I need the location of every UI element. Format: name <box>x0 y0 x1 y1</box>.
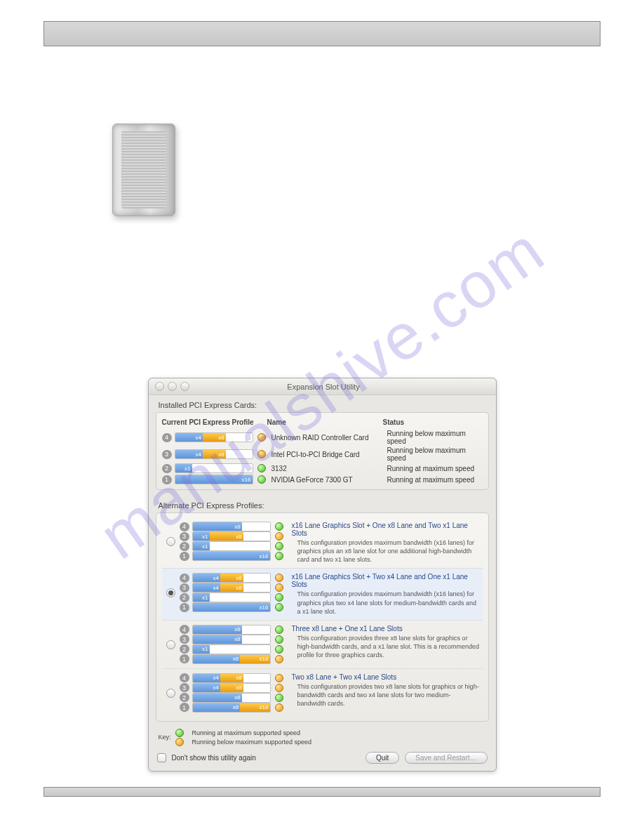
status-dot-icon <box>275 542 283 550</box>
profile-body: This configuration provides three x8 lan… <box>292 634 480 659</box>
status-dot-icon <box>275 552 283 560</box>
profile-description: x16 Lane Graphics Slot + Two x4 Lane and… <box>289 573 480 615</box>
lane-segment: x16 <box>193 552 270 560</box>
slot-row: 2x8 <box>180 693 289 703</box>
lane-bar: x8x16 <box>192 703 271 713</box>
slot-number-badge: 4 <box>180 673 189 682</box>
status-dot-icon <box>275 674 283 682</box>
lane-bar: x4x8 <box>192 673 271 683</box>
lane-segment: x8 <box>210 532 243 541</box>
lane-segment: x4 <box>175 450 203 458</box>
window-titlebar: Expansion Slot Utility <box>149 378 496 395</box>
lane-segment: x1 <box>193 542 210 550</box>
profile-option[interactable]: 4x4x83x4x82x81x8x16Two x8 Lane + Two x4 … <box>162 668 483 717</box>
lane-bar: x8 <box>192 635 271 644</box>
slot-row: 4x4x8 <box>180 673 289 683</box>
col-status: Status <box>383 418 483 426</box>
lane-segment: x8 <box>193 694 242 702</box>
slot-number-badge: 1 <box>162 475 172 484</box>
lane-segment: x8 <box>193 626 242 634</box>
lane-segment: x8 <box>193 522 242 531</box>
alternate-heading: Alternate PCI Express Profiles: <box>149 496 496 512</box>
slot-number-badge: 1 <box>180 703 189 712</box>
lane-segment: x8 <box>220 674 243 682</box>
document-header-bar <box>43 21 601 46</box>
slot-row: 1x8x16 <box>180 703 289 713</box>
lane-bar: x8 <box>192 522 271 531</box>
profile-description: Two x8 Lane + Two x4 Lane SlotsThis conf… <box>289 673 480 708</box>
profile-title: x16 Lane Graphics Slot + One x8 Lane and… <box>292 522 480 537</box>
dont-show-checkbox[interactable] <box>157 753 166 762</box>
lane-bar: x8 <box>192 693 271 703</box>
lane-segment: x1 <box>193 645 210 654</box>
profile-radio[interactable] <box>166 640 175 649</box>
slot-number-badge: 2 <box>180 593 189 602</box>
profile-option[interactable]: 4x83x82x11x8x16Three x8 Lane + One x1 La… <box>162 620 483 668</box>
col-name: Name <box>267 418 383 426</box>
card-name: 3132 <box>271 465 387 472</box>
alternate-panel: 4x83x1x82x11x16x16 Lane Graphics Slot + … <box>156 512 489 722</box>
card-name: NVIDIA GeForce 7300 GT <box>271 476 387 484</box>
legend: Key: Running at maximum supported speed … <box>149 727 496 748</box>
document-footer-bar <box>43 787 601 797</box>
key-orange-text: Running below maximum supported speed <box>192 739 312 746</box>
slot-number-badge: 4 <box>180 522 189 531</box>
table-row: 4x4x8Unknown RAID Controller CardRunning… <box>162 429 483 446</box>
profile-radio[interactable] <box>166 588 175 597</box>
lane-segment: x1 <box>175 464 192 472</box>
status-dot-icon <box>257 433 266 442</box>
lane-bar: x16 <box>192 602 271 612</box>
lane-segment: x4 <box>193 674 220 682</box>
slot-row: 2x1 <box>180 593 289 602</box>
slot-number-badge: 3 <box>180 683 189 692</box>
window-title: Expansion Slot Utility <box>158 383 490 391</box>
profile-radio[interactable] <box>166 689 175 698</box>
card-status: Running below maximum speed <box>387 446 483 462</box>
status-dot-icon <box>275 684 283 692</box>
status-dot-icon <box>257 475 266 484</box>
card-status: Running at maximum speed <box>387 465 483 472</box>
lane-bar: x16 <box>192 551 271 561</box>
slot-stack: 4x83x82x11x8x16 <box>180 625 289 664</box>
lane-segment: x8 <box>203 450 226 458</box>
slot-number-badge: 4 <box>180 625 189 634</box>
profile-radio[interactable] <box>166 537 175 546</box>
quit-button[interactable]: Quit <box>365 752 399 764</box>
profile-option[interactable]: 4x4x83x4x82x11x16x16 Lane Graphics Slot … <box>162 568 483 619</box>
status-dot-icon <box>275 645 283 654</box>
save-restart-button[interactable]: Save and Restart… <box>405 752 487 764</box>
slot-number-badge: 1 <box>180 552 189 561</box>
status-dot-icon <box>275 626 283 634</box>
col-profile: Current PCI Express Profile <box>162 418 267 426</box>
card-status: Running below maximum speed <box>387 430 483 445</box>
lane-bar: x8x16 <box>192 654 271 664</box>
slot-row: 1x16 <box>180 551 289 561</box>
slot-stack: 4x4x83x4x82x11x16 <box>180 573 289 612</box>
lane-segment: x8 <box>193 703 241 712</box>
slot-number-badge: 3 <box>180 583 189 593</box>
profile-option[interactable]: 4x83x1x82x11x16x16 Lane Graphics Slot + … <box>162 517 483 568</box>
card-name: Intel PCI-to-PCI Bridge Card <box>271 451 387 458</box>
card-name: Unknown RAID Controller Card <box>271 434 387 442</box>
slot-number-badge: 3 <box>180 532 189 541</box>
status-dot-green-icon <box>175 729 184 737</box>
status-dot-orange-icon <box>175 738 184 746</box>
lane-segment: x8 <box>220 574 243 582</box>
lane-bar: x8 <box>192 625 271 635</box>
profile-body: This configuration provides two x8 lane … <box>292 682 480 708</box>
lane-segment: x4 <box>193 684 220 692</box>
lane-bar: x4x8 <box>192 683 271 693</box>
slot-number-badge: 2 <box>180 644 189 654</box>
lane-bar: x4x8 <box>192 583 271 593</box>
slot-number-badge: 4 <box>180 574 189 583</box>
slot-row: 4x8 <box>180 522 289 531</box>
lane-bar: x4x8 <box>192 573 271 583</box>
table-row: 3x4x8Intel PCI-to-PCI Bridge CardRunning… <box>162 446 483 463</box>
lane-segment: x16 <box>240 655 269 663</box>
key-green-text: Running at maximum supported speed <box>192 729 301 736</box>
table-header-row: Current PCI Express Profile Name Status <box>162 417 483 429</box>
slot-number-badge: 2 <box>180 542 189 551</box>
lane-bar: x4x8 <box>175 449 253 459</box>
lane-segment: x8 <box>193 635 242 644</box>
lane-bar: x4x8 <box>175 432 253 442</box>
